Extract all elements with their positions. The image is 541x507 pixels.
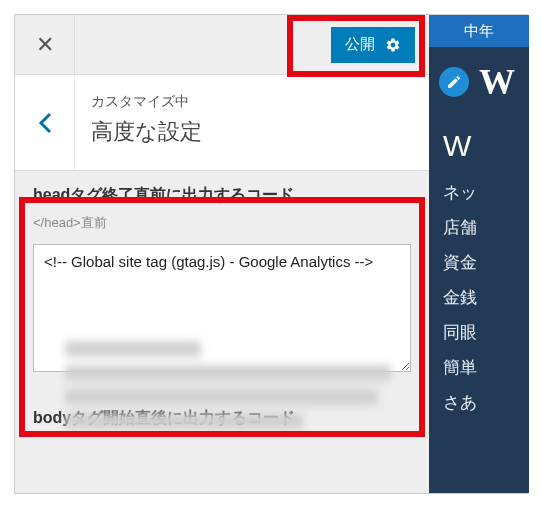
preview-logo-letter: W (479, 61, 515, 103)
preview-line: 店舗 (443, 216, 515, 239)
section-head-title: headタグ終了直前に出力するコード (33, 185, 411, 206)
preview-line: 金銭 (443, 286, 515, 309)
breadcrumb-title: 高度な設定 (91, 117, 202, 147)
edit-icon[interactable] (439, 67, 469, 97)
preview-line: ネッ (443, 181, 515, 204)
gear-icon (385, 37, 401, 53)
breadcrumb-small: カスタマイズ中 (91, 93, 202, 111)
head-code-textarea[interactable] (33, 244, 411, 372)
preview-pane: 中年 W W ネッ 店舗 資金 金銭 同眼 簡単 さあ (429, 15, 529, 493)
preview-line: さあ (443, 391, 515, 414)
preview-topbar: 中年 (429, 15, 529, 47)
preview-heading: W (443, 129, 515, 163)
preview-line: 簡単 (443, 356, 515, 379)
section-body-title: bodyタグ開始直後に出力するコード (33, 408, 411, 429)
close-button[interactable]: ✕ (15, 15, 75, 75)
back-button[interactable] (15, 75, 75, 170)
publish-button[interactable]: 公開 (331, 27, 415, 63)
preview-line: 同眼 (443, 321, 515, 344)
preview-line: 資金 (443, 251, 515, 274)
section-head-sub: </head>直前 (33, 214, 411, 232)
publish-label: 公開 (345, 35, 375, 54)
